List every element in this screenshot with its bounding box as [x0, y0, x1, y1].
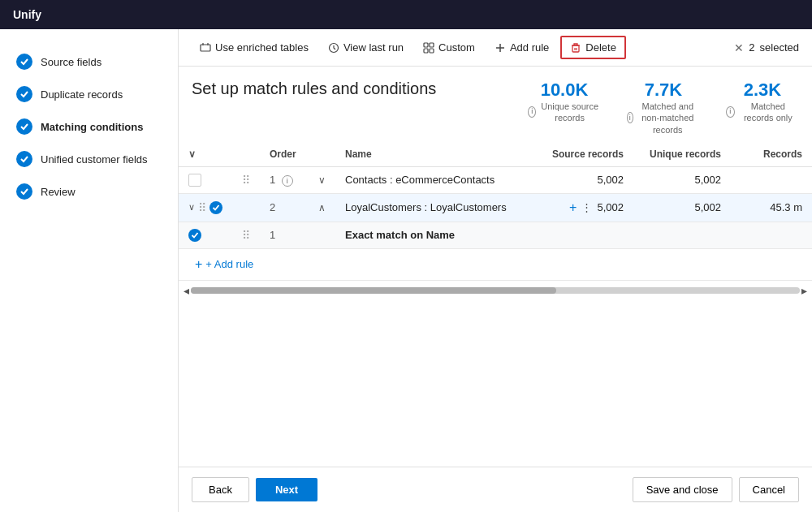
sidebar-item-duplicate-records[interactable]: Duplicate records: [0, 78, 178, 110]
add-rule-table-button[interactable]: + + Add rule: [188, 254, 260, 275]
save-close-button[interactable]: Save and close: [633, 477, 732, 502]
col-records-header: Records: [731, 142, 812, 167]
page-title: Set up match rules and conditions: [192, 80, 436, 98]
clock-icon: [328, 42, 339, 54]
scrollbar-row: ◂ ▸: [179, 282, 812, 299]
content-area: Use enriched tables View last run Custom…: [179, 29, 812, 512]
enriched-icon: [200, 42, 211, 54]
check-circle-icon: [16, 86, 32, 102]
name-cell: Exact match on Name: [335, 222, 536, 248]
info-icon[interactable]: i: [627, 112, 633, 123]
delete-button[interactable]: Delete: [560, 36, 626, 59]
svg-rect-0: [201, 45, 210, 51]
check-circle-icon: [16, 151, 32, 167]
row-info-icon[interactable]: i: [282, 175, 293, 187]
table-row: ⠿ 1 Exact match on Name: [179, 222, 812, 248]
next-button[interactable]: Next: [256, 478, 317, 501]
unique-records-cell: [633, 222, 731, 248]
collapse-icon[interactable]: ∨: [188, 148, 196, 160]
unique-records-cell: 5,002: [633, 166, 731, 193]
more-icon[interactable]: ⋮: [581, 201, 592, 213]
order-cell: 2: [260, 193, 309, 222]
check-circle-icon: [16, 54, 32, 70]
order-cell: 1: [260, 222, 309, 248]
info-icon[interactable]: i: [528, 106, 536, 118]
stat-unique-source: 10.0K i Unique source records: [528, 80, 601, 136]
sidebar-item-review[interactable]: Review: [0, 175, 178, 208]
row-checkbox[interactable]: [188, 174, 201, 187]
use-enriched-tables-button[interactable]: Use enriched tables: [192, 37, 317, 58]
trash-icon: [570, 42, 581, 54]
row-checkbox[interactable]: [188, 229, 201, 242]
col-order-header: Order: [260, 142, 309, 167]
scrollbar-container: ◂ ▸: [179, 281, 812, 299]
svg-rect-5: [430, 43, 434, 47]
add-rule-cell: + + Add rule: [179, 248, 812, 280]
scrollbar-track[interactable]: [191, 287, 800, 294]
close-x[interactable]: ✕: [734, 41, 744, 54]
chevron-down-icon[interactable]: ∨: [318, 174, 326, 186]
col-check-header: ∨: [179, 142, 232, 167]
stat-label: i Unique source records: [528, 101, 601, 124]
stat-value: 10.0K: [528, 80, 601, 101]
add-rule-button[interactable]: Add rule: [486, 37, 557, 58]
drag-handle-cell: ⠿: [232, 166, 260, 193]
plus-icon: +: [195, 257, 202, 272]
stat-value: 7.7K: [627, 80, 700, 101]
footer: Back Next Save and close Cancel: [179, 467, 812, 512]
row-checkbox-cell: ∨ ⠿: [179, 193, 232, 222]
source-records-cell: [536, 222, 633, 248]
table-header-row: ∨ Order Name Source records: [179, 142, 812, 167]
drag-handle-icon[interactable]: ⠿: [198, 201, 206, 214]
chevron-cell: ∨: [309, 166, 335, 193]
check-circle-icon: [16, 183, 32, 200]
chevron-icon[interactable]: ∨: [188, 202, 195, 213]
row-checkbox[interactable]: [209, 201, 222, 214]
sidebar: Source fields Duplicate records Matching…: [0, 29, 179, 512]
sidebar-item-source-fields[interactable]: Source fields: [0, 45, 178, 78]
add-icon[interactable]: +: [569, 200, 577, 215]
col-drag-header: [232, 142, 260, 167]
scroll-left-arrow[interactable]: ◂: [182, 284, 191, 297]
main-content: Source fields Duplicate records Matching…: [0, 29, 812, 512]
stat-label: i Matched records only: [726, 101, 799, 124]
col-source-header: Source records: [536, 142, 633, 167]
records-cell: [731, 166, 812, 193]
table-row: ∨ ⠿ 2: [179, 193, 812, 222]
sidebar-item-label: Unified customer fields: [41, 153, 148, 166]
row-checkbox-cell: [179, 166, 232, 193]
drag-handle-icon[interactable]: ⠿: [242, 174, 250, 187]
stat-matched-only: 2.3K i Matched records only: [726, 80, 799, 136]
name-cell: Contacts : eCommerceContacts: [335, 166, 536, 193]
col-name-header: Name: [335, 142, 536, 167]
add-rule-row: + + Add rule: [179, 248, 812, 280]
page-header: Set up match rules and conditions 10.0K …: [179, 67, 812, 142]
top-bar: Unify: [0, 0, 812, 29]
custom-icon: [423, 42, 434, 54]
svg-rect-4: [424, 43, 428, 47]
chevron-up-icon[interactable]: ∧: [318, 202, 326, 213]
sidebar-item-matching-conditions[interactable]: Matching conditions: [0, 110, 178, 143]
scroll-right-arrow[interactable]: ▸: [800, 284, 809, 297]
view-last-run-button[interactable]: View last run: [320, 37, 412, 58]
custom-button[interactable]: Custom: [415, 37, 483, 58]
footer-right: Save and close Cancel: [633, 477, 799, 502]
drag-handle-icon[interactable]: ⠿: [242, 229, 250, 242]
toolbar: Use enriched tables View last run Custom…: [179, 29, 812, 67]
stats-area: 10.0K i Unique source records 7.7K i Mat…: [528, 80, 799, 136]
table-row: ⠿ 1 i ∨ Contacts : eCommerceContacts: [179, 166, 812, 193]
col-chevron-header: [309, 142, 335, 167]
back-button[interactable]: Back: [192, 477, 249, 502]
name-cell: LoyalCustomers : LoyalCustomers: [335, 193, 536, 222]
check-circle-icon: [16, 118, 32, 135]
selected-count: 2: [749, 41, 754, 54]
info-icon[interactable]: i: [726, 106, 735, 118]
svg-rect-10: [572, 45, 579, 52]
chevron-cell: [309, 222, 335, 248]
selected-label: selected: [760, 41, 799, 54]
cancel-button[interactable]: Cancel: [739, 477, 799, 502]
sidebar-item-unified-customer-fields[interactable]: Unified customer fields: [0, 143, 178, 175]
row-checkbox-cell: [179, 222, 232, 248]
stat-label: i Matched and non-matched records: [627, 101, 700, 136]
sidebar-item-label: Source fields: [41, 56, 102, 68]
